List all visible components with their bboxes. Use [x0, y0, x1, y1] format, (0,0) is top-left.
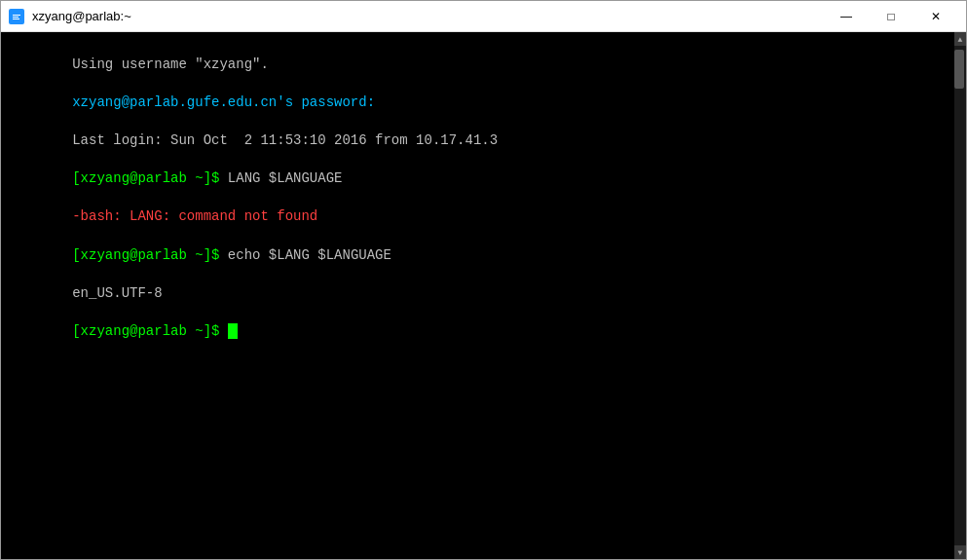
window-controls: — □ ✕ [824, 1, 958, 32]
scrollbar-thumb[interactable] [954, 50, 964, 89]
line-2: xzyang@parlab.gufe.edu.cn's password: [72, 94, 375, 110]
svg-rect-2 [13, 17, 19, 18]
line-4-cmd: LANG $LANGUAGE [228, 170, 343, 186]
svg-rect-1 [13, 15, 20, 16]
line-6-prompt: [xzyang@parlab ~]$ [72, 247, 228, 263]
line-4-prompt: [xzyang@parlab ~]$ [72, 170, 228, 186]
maximize-button[interactable]: □ [869, 1, 913, 32]
line-8-prompt: [xzyang@parlab ~]$ [72, 323, 228, 339]
window-icon [9, 9, 24, 24]
title-bar-left: xzyang@parlab:~ [9, 9, 131, 24]
close-button[interactable]: ✕ [913, 1, 958, 32]
scrollbar[interactable]: ▲ ▼ [954, 32, 966, 559]
terminal-body[interactable]: Using username "xzyang". xzyang@parlab.g… [1, 32, 954, 559]
line-7: en_US.UTF-8 [72, 285, 162, 301]
terminal-cursor [228, 323, 238, 339]
line-5: -bash: LANG: command not found [72, 208, 317, 224]
svg-rect-3 [13, 19, 19, 19]
scrollbar-down-arrow[interactable]: ▼ [954, 545, 966, 559]
line-3: Last login: Sun Oct 2 11:53:10 2016 from… [72, 132, 498, 148]
window-title: xzyang@parlab:~ [32, 9, 131, 23]
line-6-cmd: echo $LANG $LANGUAGE [228, 247, 391, 263]
title-bar: xzyang@parlab:~ — □ ✕ [1, 1, 966, 32]
scrollbar-track[interactable] [954, 46, 966, 545]
line-1: Using username "xzyang". [72, 56, 269, 72]
terminal-content: Using username "xzyang". xzyang@parlab.g… [7, 36, 948, 555]
scrollbar-up-arrow[interactable]: ▲ [954, 32, 966, 46]
minimize-button[interactable]: — [824, 1, 869, 32]
terminal-window: xzyang@parlab:~ — □ ✕ Using username "xz… [0, 0, 967, 560]
terminal-wrapper: Using username "xzyang". xzyang@parlab.g… [1, 32, 966, 559]
